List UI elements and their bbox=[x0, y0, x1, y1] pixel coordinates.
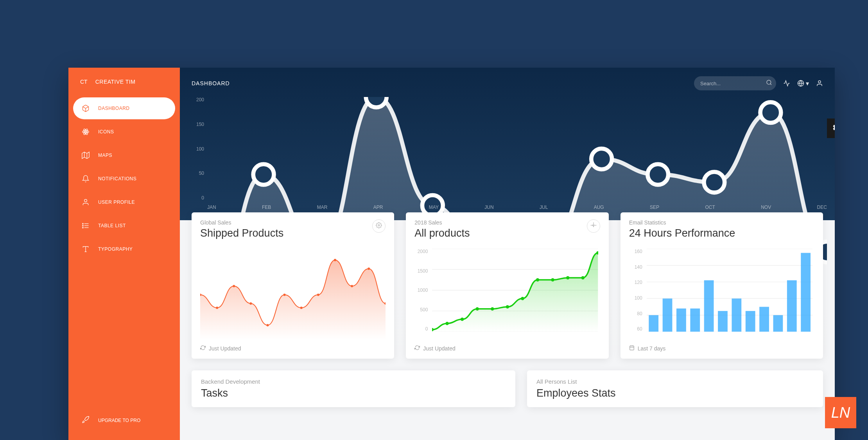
user-menu-icon[interactable] bbox=[816, 80, 823, 87]
sidebar-item-label: MAPS bbox=[98, 153, 112, 158]
hero-chart-area: DASHBOARD ▾ 200150100500 JANFEBMARAPRMAY… bbox=[180, 68, 835, 220]
svg-point-37 bbox=[334, 259, 336, 261]
svg-point-19 bbox=[366, 97, 387, 107]
sidebar-item-typography[interactable]: TYPOGRAPHY bbox=[73, 238, 175, 260]
svg-rect-70 bbox=[718, 311, 728, 332]
svg-rect-68 bbox=[690, 309, 700, 332]
svg-point-55 bbox=[551, 278, 554, 281]
svg-point-25 bbox=[704, 172, 725, 193]
card-footer-text: Just Updated bbox=[423, 345, 456, 352]
performance-bar-chart bbox=[647, 249, 812, 332]
card-subtitle: 2018 Sales bbox=[414, 219, 470, 226]
svg-rect-69 bbox=[704, 280, 714, 332]
map-icon bbox=[82, 151, 90, 159]
brand-abbr: CT bbox=[80, 79, 88, 85]
brand[interactable]: CT CREATIVE TIM bbox=[73, 75, 175, 94]
svg-rect-77 bbox=[629, 346, 634, 350]
card-all-products: 2018 Sales All products 2000150010005000… bbox=[406, 212, 608, 359]
sidebar-item-notifications[interactable]: NOTIFICATIONS bbox=[73, 168, 175, 190]
list-icon bbox=[82, 222, 90, 230]
card-settings-button[interactable] bbox=[372, 219, 386, 233]
svg-rect-73 bbox=[759, 307, 769, 332]
shipped-products-chart bbox=[200, 249, 386, 339]
cube-icon bbox=[82, 104, 90, 112]
svg-rect-72 bbox=[745, 311, 755, 332]
card-footer-text: Just Updated bbox=[209, 345, 241, 352]
sidebar-nav: DASHBOARD ICONS MAPS NOTIFICATIONS USER … bbox=[73, 97, 175, 260]
svg-rect-76 bbox=[801, 253, 811, 332]
brand-name: CREATIVE TIM bbox=[95, 79, 136, 85]
type-icon bbox=[82, 245, 90, 253]
svg-rect-74 bbox=[773, 315, 783, 332]
svg-point-51 bbox=[491, 307, 494, 311]
sidebar-upgrade[interactable]: UPGRADE TO PRO bbox=[73, 409, 175, 432]
svg-point-33 bbox=[266, 324, 269, 326]
sidebar-item-dashboard[interactable]: DASHBOARD bbox=[73, 97, 175, 119]
sidebar-item-label: TABLE LIST bbox=[98, 223, 126, 228]
source-logo: LN bbox=[825, 397, 856, 428]
svg-point-8 bbox=[82, 223, 84, 224]
card-footer-text: Last 7 days bbox=[638, 345, 666, 352]
sidebar-item-icons[interactable]: ICONS bbox=[73, 121, 175, 143]
svg-point-52 bbox=[506, 305, 509, 308]
svg-rect-65 bbox=[649, 315, 658, 332]
card-title: 24 Hours Performance bbox=[629, 227, 735, 239]
svg-point-32 bbox=[249, 302, 252, 305]
hero-chart: 200150100500 JANFEBMARAPRMAYJUNJULAUGSEP… bbox=[192, 97, 835, 216]
sidebar: CT CREATIVE TIM DASHBOARD ICONS MAPS NOT… bbox=[68, 68, 180, 440]
svg-point-11 bbox=[767, 80, 771, 84]
svg-point-15 bbox=[818, 81, 821, 83]
svg-point-28 bbox=[378, 224, 380, 226]
svg-point-57 bbox=[581, 276, 585, 279]
svg-point-39 bbox=[368, 268, 370, 270]
svg-point-31 bbox=[233, 285, 235, 287]
gear-icon bbox=[376, 222, 382, 230]
activity-icon[interactable] bbox=[783, 80, 790, 87]
svg-rect-67 bbox=[676, 309, 686, 332]
svg-rect-75 bbox=[787, 280, 797, 332]
sidebar-item-label: ICONS bbox=[98, 129, 114, 135]
sidebar-item-label: USER PROFILE bbox=[98, 199, 135, 205]
stat-cards-row: Global Sales Shipped Products Just Updat… bbox=[180, 212, 835, 359]
settings-float-button[interactable] bbox=[827, 119, 835, 138]
card-settings-button[interactable] bbox=[587, 219, 600, 233]
sidebar-item-label: DASHBOARD bbox=[98, 106, 130, 111]
sidebar-item-table-list[interactable]: TABLE LIST bbox=[73, 215, 175, 237]
card-shipped-products: Global Sales Shipped Products Just Updat… bbox=[192, 212, 394, 359]
globe-icon[interactable]: ▾ bbox=[797, 80, 809, 87]
svg-point-10 bbox=[82, 227, 84, 228]
svg-point-56 bbox=[566, 276, 569, 279]
svg-point-24 bbox=[647, 164, 668, 185]
svg-point-34 bbox=[283, 294, 286, 296]
all-products-chart bbox=[432, 249, 598, 332]
search-input[interactable] bbox=[700, 81, 766, 86]
card-24h-performance: Email Statistics 24 Hours Performance 16… bbox=[621, 212, 823, 359]
sidebar-item-label: NOTIFICATIONS bbox=[98, 176, 136, 181]
search-icon bbox=[766, 79, 772, 87]
svg-line-12 bbox=[770, 84, 771, 85]
card-title: All products bbox=[414, 227, 470, 239]
svg-point-50 bbox=[476, 307, 479, 311]
svg-point-48 bbox=[446, 322, 449, 325]
svg-point-23 bbox=[591, 149, 612, 169]
atom-icon bbox=[82, 128, 90, 136]
svg-point-49 bbox=[461, 318, 464, 321]
gear-icon bbox=[590, 222, 597, 230]
search-box[interactable] bbox=[694, 76, 776, 90]
sidebar-item-label: TYPOGRAPHY bbox=[98, 246, 133, 252]
svg-rect-71 bbox=[732, 298, 741, 332]
sidebar-item-user-profile[interactable]: USER PROFILE bbox=[73, 191, 175, 213]
refresh-icon bbox=[414, 345, 420, 352]
topbar: DASHBOARD ▾ bbox=[192, 75, 823, 91]
svg-point-35 bbox=[300, 307, 303, 309]
page-title: DASHBOARD bbox=[192, 80, 230, 86]
svg-point-38 bbox=[351, 285, 353, 287]
svg-point-30 bbox=[216, 307, 218, 309]
card-subtitle: Email Statistics bbox=[629, 219, 735, 226]
svg-point-54 bbox=[536, 278, 539, 281]
main-content: DASHBOARD ▾ 200150100500 JANFEBMARAPRMAY… bbox=[180, 68, 835, 440]
svg-point-4 bbox=[84, 199, 87, 202]
gear-icon bbox=[832, 123, 835, 134]
sidebar-item-maps[interactable]: MAPS bbox=[73, 144, 175, 166]
card-subtitle: Global Sales bbox=[200, 219, 283, 226]
